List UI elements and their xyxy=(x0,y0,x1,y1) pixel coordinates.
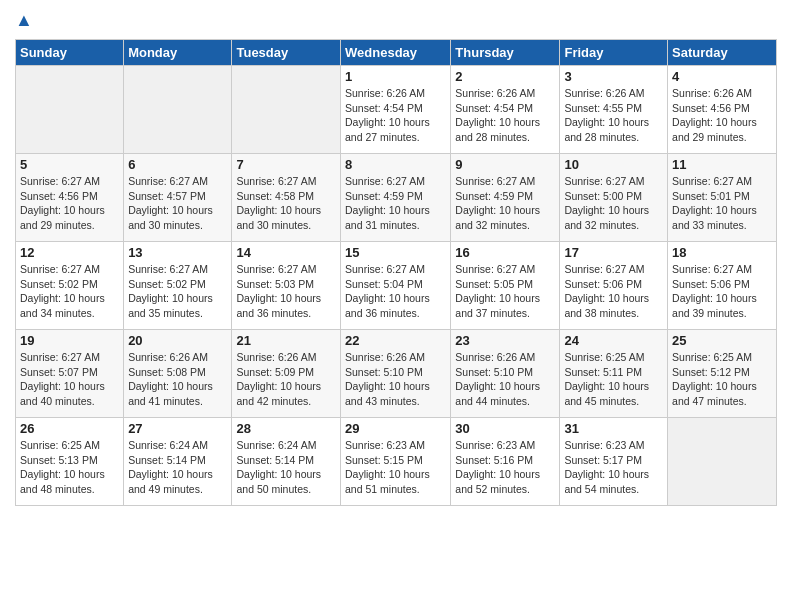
page-container: ▲ SundayMondayTuesdayWednesdayThursdayFr… xyxy=(0,0,792,516)
day-info: Sunrise: 6:24 AMSunset: 5:14 PMDaylight:… xyxy=(128,438,227,497)
calendar-cell: 21 Sunrise: 6:26 AMSunset: 5:09 PMDaylig… xyxy=(232,330,341,418)
calendar-header-row: SundayMondayTuesdayWednesdayThursdayFrid… xyxy=(16,40,777,66)
weekday-header-tuesday: Tuesday xyxy=(232,40,341,66)
day-number: 9 xyxy=(455,157,555,172)
day-number: 3 xyxy=(564,69,663,84)
day-info: Sunrise: 6:27 AMSunset: 5:01 PMDaylight:… xyxy=(672,174,772,233)
day-number: 29 xyxy=(345,421,446,436)
calendar-cell: 6 Sunrise: 6:27 AMSunset: 4:57 PMDayligh… xyxy=(124,154,232,242)
calendar-cell: 2 Sunrise: 6:26 AMSunset: 4:54 PMDayligh… xyxy=(451,66,560,154)
day-number: 2 xyxy=(455,69,555,84)
day-number: 17 xyxy=(564,245,663,260)
day-info: Sunrise: 6:27 AMSunset: 4:58 PMDaylight:… xyxy=(236,174,336,233)
calendar-week-1: 1 Sunrise: 6:26 AMSunset: 4:54 PMDayligh… xyxy=(16,66,777,154)
calendar-cell: 26 Sunrise: 6:25 AMSunset: 5:13 PMDaylig… xyxy=(16,418,124,506)
calendar-table: SundayMondayTuesdayWednesdayThursdayFrid… xyxy=(15,39,777,506)
calendar-cell: 13 Sunrise: 6:27 AMSunset: 5:02 PMDaylig… xyxy=(124,242,232,330)
day-number: 19 xyxy=(20,333,119,348)
calendar-cell: 18 Sunrise: 6:27 AMSunset: 5:06 PMDaylig… xyxy=(668,242,777,330)
calendar-cell xyxy=(16,66,124,154)
day-info: Sunrise: 6:27 AMSunset: 4:59 PMDaylight:… xyxy=(345,174,446,233)
day-info: Sunrise: 6:26 AMSunset: 5:08 PMDaylight:… xyxy=(128,350,227,409)
calendar-cell: 22 Sunrise: 6:26 AMSunset: 5:10 PMDaylig… xyxy=(341,330,451,418)
day-number: 1 xyxy=(345,69,446,84)
calendar-cell: 28 Sunrise: 6:24 AMSunset: 5:14 PMDaylig… xyxy=(232,418,341,506)
day-info: Sunrise: 6:27 AMSunset: 5:07 PMDaylight:… xyxy=(20,350,119,409)
day-info: Sunrise: 6:25 AMSunset: 5:11 PMDaylight:… xyxy=(564,350,663,409)
day-info: Sunrise: 6:27 AMSunset: 5:05 PMDaylight:… xyxy=(455,262,555,321)
day-number: 20 xyxy=(128,333,227,348)
day-number: 5 xyxy=(20,157,119,172)
day-number: 11 xyxy=(672,157,772,172)
day-info: Sunrise: 6:26 AMSunset: 5:10 PMDaylight:… xyxy=(345,350,446,409)
day-info: Sunrise: 6:26 AMSunset: 5:10 PMDaylight:… xyxy=(455,350,555,409)
weekday-header-saturday: Saturday xyxy=(668,40,777,66)
day-info: Sunrise: 6:24 AMSunset: 5:14 PMDaylight:… xyxy=(236,438,336,497)
calendar-cell: 23 Sunrise: 6:26 AMSunset: 5:10 PMDaylig… xyxy=(451,330,560,418)
day-info: Sunrise: 6:27 AMSunset: 4:59 PMDaylight:… xyxy=(455,174,555,233)
weekday-header-wednesday: Wednesday xyxy=(341,40,451,66)
day-info: Sunrise: 6:23 AMSunset: 5:17 PMDaylight:… xyxy=(564,438,663,497)
day-number: 22 xyxy=(345,333,446,348)
day-info: Sunrise: 6:27 AMSunset: 5:00 PMDaylight:… xyxy=(564,174,663,233)
day-number: 15 xyxy=(345,245,446,260)
calendar-cell: 15 Sunrise: 6:27 AMSunset: 5:04 PMDaylig… xyxy=(341,242,451,330)
calendar-cell: 16 Sunrise: 6:27 AMSunset: 5:05 PMDaylig… xyxy=(451,242,560,330)
day-info: Sunrise: 6:23 AMSunset: 5:16 PMDaylight:… xyxy=(455,438,555,497)
calendar-cell: 9 Sunrise: 6:27 AMSunset: 4:59 PMDayligh… xyxy=(451,154,560,242)
day-info: Sunrise: 6:26 AMSunset: 4:54 PMDaylight:… xyxy=(455,86,555,145)
calendar-cell: 17 Sunrise: 6:27 AMSunset: 5:06 PMDaylig… xyxy=(560,242,668,330)
day-info: Sunrise: 6:27 AMSunset: 5:02 PMDaylight:… xyxy=(20,262,119,321)
day-number: 30 xyxy=(455,421,555,436)
day-number: 10 xyxy=(564,157,663,172)
day-info: Sunrise: 6:26 AMSunset: 4:54 PMDaylight:… xyxy=(345,86,446,145)
day-number: 6 xyxy=(128,157,227,172)
day-info: Sunrise: 6:26 AMSunset: 5:09 PMDaylight:… xyxy=(236,350,336,409)
day-number: 14 xyxy=(236,245,336,260)
logo: ▲ xyxy=(15,10,33,31)
day-info: Sunrise: 6:27 AMSunset: 5:04 PMDaylight:… xyxy=(345,262,446,321)
weekday-header-friday: Friday xyxy=(560,40,668,66)
day-number: 18 xyxy=(672,245,772,260)
calendar-cell: 30 Sunrise: 6:23 AMSunset: 5:16 PMDaylig… xyxy=(451,418,560,506)
calendar-cell: 4 Sunrise: 6:26 AMSunset: 4:56 PMDayligh… xyxy=(668,66,777,154)
day-info: Sunrise: 6:27 AMSunset: 5:02 PMDaylight:… xyxy=(128,262,227,321)
day-number: 26 xyxy=(20,421,119,436)
calendar-cell: 14 Sunrise: 6:27 AMSunset: 5:03 PMDaylig… xyxy=(232,242,341,330)
calendar-cell: 7 Sunrise: 6:27 AMSunset: 4:58 PMDayligh… xyxy=(232,154,341,242)
calendar-cell: 3 Sunrise: 6:26 AMSunset: 4:55 PMDayligh… xyxy=(560,66,668,154)
day-number: 23 xyxy=(455,333,555,348)
day-number: 7 xyxy=(236,157,336,172)
calendar-cell: 8 Sunrise: 6:27 AMSunset: 4:59 PMDayligh… xyxy=(341,154,451,242)
day-info: Sunrise: 6:27 AMSunset: 4:56 PMDaylight:… xyxy=(20,174,119,233)
calendar-cell: 19 Sunrise: 6:27 AMSunset: 5:07 PMDaylig… xyxy=(16,330,124,418)
day-info: Sunrise: 6:27 AMSunset: 5:06 PMDaylight:… xyxy=(672,262,772,321)
calendar-week-5: 26 Sunrise: 6:25 AMSunset: 5:13 PMDaylig… xyxy=(16,418,777,506)
calendar-cell xyxy=(124,66,232,154)
weekday-header-monday: Monday xyxy=(124,40,232,66)
day-info: Sunrise: 6:27 AMSunset: 4:57 PMDaylight:… xyxy=(128,174,227,233)
calendar-cell: 24 Sunrise: 6:25 AMSunset: 5:11 PMDaylig… xyxy=(560,330,668,418)
day-number: 4 xyxy=(672,69,772,84)
day-info: Sunrise: 6:23 AMSunset: 5:15 PMDaylight:… xyxy=(345,438,446,497)
day-info: Sunrise: 6:25 AMSunset: 5:12 PMDaylight:… xyxy=(672,350,772,409)
calendar-cell: 20 Sunrise: 6:26 AMSunset: 5:08 PMDaylig… xyxy=(124,330,232,418)
day-number: 28 xyxy=(236,421,336,436)
day-number: 13 xyxy=(128,245,227,260)
weekday-header-sunday: Sunday xyxy=(16,40,124,66)
day-info: Sunrise: 6:25 AMSunset: 5:13 PMDaylight:… xyxy=(20,438,119,497)
calendar-cell: 25 Sunrise: 6:25 AMSunset: 5:12 PMDaylig… xyxy=(668,330,777,418)
calendar-week-3: 12 Sunrise: 6:27 AMSunset: 5:02 PMDaylig… xyxy=(16,242,777,330)
day-info: Sunrise: 6:27 AMSunset: 5:03 PMDaylight:… xyxy=(236,262,336,321)
day-number: 8 xyxy=(345,157,446,172)
header: ▲ xyxy=(15,10,777,31)
day-number: 27 xyxy=(128,421,227,436)
calendar-cell: 5 Sunrise: 6:27 AMSunset: 4:56 PMDayligh… xyxy=(16,154,124,242)
day-number: 12 xyxy=(20,245,119,260)
calendar-cell: 27 Sunrise: 6:24 AMSunset: 5:14 PMDaylig… xyxy=(124,418,232,506)
calendar-cell: 10 Sunrise: 6:27 AMSunset: 5:00 PMDaylig… xyxy=(560,154,668,242)
day-number: 21 xyxy=(236,333,336,348)
weekday-header-thursday: Thursday xyxy=(451,40,560,66)
calendar-cell xyxy=(232,66,341,154)
day-info: Sunrise: 6:26 AMSunset: 4:56 PMDaylight:… xyxy=(672,86,772,145)
